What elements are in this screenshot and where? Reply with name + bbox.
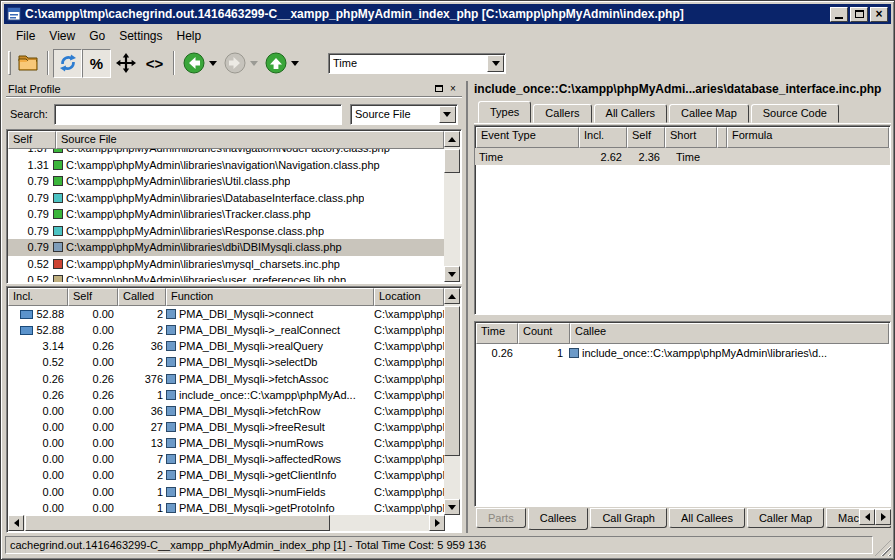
- scrollbar-thumb[interactable]: [444, 306, 460, 456]
- forward-button[interactable]: [220, 49, 249, 78]
- column-header-count[interactable]: Count: [518, 323, 570, 344]
- title-bar[interactable]: C:\xampp\tmp\cachegrind.out.1416463299-C…: [4, 4, 891, 24]
- tab-callee-map[interactable]: Callee Map: [669, 104, 749, 123]
- function-row[interactable]: 3.14 0.26 36 PMA_DBI_Mysqli->realQuery C…: [8, 338, 444, 354]
- close-button[interactable]: ×: [870, 7, 888, 22]
- column-header-time[interactable]: Time: [476, 323, 518, 344]
- menu-bar: File View Go Settings Help: [4, 26, 891, 46]
- open-file-button[interactable]: [14, 49, 43, 78]
- column-header-formula[interactable]: Formula: [727, 127, 889, 148]
- menu-file[interactable]: File: [9, 27, 42, 45]
- file-row[interactable]: 0.79 C:\xampp\phpMyAdmin\libraries\Util.…: [8, 173, 444, 190]
- refresh-icon: [58, 53, 78, 73]
- function-row[interactable]: 0.00 0.00 7 PMA_DBI_Mysqli->affectedRows…: [8, 451, 444, 467]
- back-button[interactable]: [179, 49, 208, 78]
- menu-settings[interactable]: Settings: [112, 27, 169, 45]
- column-header-incl[interactable]: Incl.: [8, 288, 68, 306]
- maximize-button[interactable]: [850, 7, 868, 22]
- file-row[interactable]: 0.79 C:\xampp\phpMyAdmin\libraries\Respo…: [8, 223, 444, 240]
- function-row[interactable]: 0.00 0.00 1 PMA_DBI_Mysqli->getProtoInfo…: [8, 500, 444, 515]
- triangle-down-icon: [448, 505, 456, 514]
- function-row[interactable]: 0.26 0.26 1 include_once::C:\xampp\phpMy…: [8, 387, 444, 403]
- cell-self: 2.36: [626, 151, 664, 163]
- minimize-button[interactable]: [830, 7, 848, 22]
- float-dock-icon[interactable]: [432, 83, 446, 95]
- tab-callers[interactable]: Callers: [533, 104, 591, 123]
- file-row[interactable]: 0.79 C:\xampp\phpMyAdmin\libraries\Track…: [8, 206, 444, 223]
- function-icon: [166, 438, 176, 448]
- tab-types[interactable]: Types: [478, 101, 531, 123]
- menu-help[interactable]: Help: [170, 27, 209, 45]
- file-list-vscrollbar[interactable]: [444, 131, 460, 282]
- file-row[interactable]: 1.37 C:\xampp\phpMyAdmin\libraries\navig…: [8, 149, 444, 157]
- callee-row[interactable]: 0.26 1 include_once::C:\xampp\phpMyAdmin…: [475, 344, 890, 361]
- file-row-selected[interactable]: 0.79 C:\xampp\phpMyAdmin\libraries\dbi\D…: [8, 239, 444, 256]
- file-row[interactable]: 0.52 C:\xampp\phpMyAdmin\libraries\mysql…: [8, 256, 444, 273]
- column-header-self[interactable]: Self: [68, 288, 118, 306]
- menu-go[interactable]: Go: [82, 27, 112, 45]
- scrollbar-thumb[interactable]: [25, 515, 330, 531]
- scroll-up-button[interactable]: [444, 288, 460, 304]
- scroll-up-button[interactable]: [444, 131, 460, 147]
- scroll-right-button[interactable]: [429, 515, 445, 531]
- column-header-self[interactable]: Self: [8, 131, 56, 149]
- cell-self: 0.52: [8, 274, 52, 282]
- function-row[interactable]: 0.00 0.00 13 PMA_DBI_Mysqli->numRows C:\…: [8, 435, 444, 451]
- function-row[interactable]: 52.88 0.00 2 PMA_DBI_Mysqli->connect C:\…: [8, 306, 444, 322]
- function-icon: [166, 487, 176, 497]
- up-dropdown-icon[interactable]: [291, 61, 299, 70]
- search-input[interactable]: [54, 104, 342, 125]
- tab-all-callees[interactable]: All Callees: [669, 508, 745, 528]
- function-list-hscrollbar[interactable]: [8, 515, 445, 531]
- file-row[interactable]: 0.52 C:\xampp\phpMyAdmin\libraries\user_…: [8, 272, 444, 282]
- column-header-source-file[interactable]: Source File: [56, 131, 444, 149]
- scroll-down-button[interactable]: [444, 499, 460, 515]
- scrollbar-thumb[interactable]: [444, 149, 460, 173]
- function-row[interactable]: 0.52 0.00 2 PMA_DBI_Mysqli->selectDb C:\…: [8, 354, 444, 370]
- close-dock-icon[interactable]: ×: [446, 83, 460, 95]
- tab-all-callers[interactable]: All Callers: [594, 104, 668, 123]
- column-header-spacer[interactable]: [717, 127, 727, 148]
- column-header-event-type[interactable]: Event Type: [476, 127, 579, 148]
- tab-call-graph[interactable]: Call Graph: [590, 508, 667, 528]
- function-row[interactable]: 0.00 0.00 1 PMA_DBI_Mysqli->numFields C:…: [8, 484, 444, 500]
- function-row[interactable]: 0.00 0.00 27 PMA_DBI_Mysqli->freeResult …: [8, 419, 444, 435]
- resize-grip[interactable]: [875, 540, 891, 556]
- scroll-left-button[interactable]: [8, 515, 24, 531]
- group-by-select[interactable]: Source File: [350, 104, 458, 125]
- tab-callees[interactable]: Callees: [528, 508, 589, 530]
- relative-percent-button[interactable]: %: [82, 49, 111, 78]
- file-row[interactable]: 0.79 C:\xampp\phpMyAdmin\libraries\Datab…: [8, 190, 444, 207]
- tab-caller-map[interactable]: Caller Map: [747, 508, 824, 528]
- column-header-incl[interactable]: Incl.: [579, 127, 627, 148]
- function-row[interactable]: 0.26 0.26 376 PMA_DBI_Mysqli->fetchAssoc…: [8, 371, 444, 387]
- dock-title-bar[interactable]: Flat Profile ×: [6, 81, 462, 97]
- menu-view[interactable]: View: [42, 27, 82, 45]
- event-type-row[interactable]: Time 2.62 2.36 Time: [475, 148, 890, 165]
- relative-to-parent-button[interactable]: [111, 49, 140, 78]
- cell-file: C:\xampp\phpMyAdmin\libraries\navigation…: [66, 159, 380, 171]
- column-header-function[interactable]: Function: [166, 288, 374, 306]
- toolbar-handle[interactable]: [8, 51, 11, 75]
- column-header-self[interactable]: Self: [627, 127, 665, 148]
- scroll-down-button[interactable]: [444, 266, 460, 282]
- tab-scroll-right-button[interactable]: [875, 509, 891, 525]
- cycle-detection-button[interactable]: [53, 49, 82, 78]
- column-header-called[interactable]: Called: [118, 288, 166, 306]
- group-by-dropdown-button[interactable]: [439, 106, 456, 123]
- tab-source-code[interactable]: Source Code: [751, 104, 839, 123]
- column-header-short[interactable]: Short: [665, 127, 717, 148]
- function-row[interactable]: 52.88 0.00 2 PMA_DBI_Mysqli->_realConnec…: [8, 322, 444, 338]
- shorten-templates-button[interactable]: <>: [140, 49, 169, 78]
- back-dropdown-icon[interactable]: [209, 61, 217, 70]
- file-row[interactable]: 1.31 C:\xampp\phpMyAdmin\libraries\navig…: [8, 157, 444, 174]
- tab-scroll-left-button[interactable]: [859, 509, 875, 525]
- event-type-dropdown-button[interactable]: [487, 55, 504, 72]
- column-header-location[interactable]: Location: [374, 288, 444, 306]
- column-header-callee[interactable]: Callee: [570, 323, 889, 344]
- up-button[interactable]: [261, 49, 290, 78]
- function-row[interactable]: 0.00 0.00 2 PMA_DBI_Mysqli->getClientInf…: [8, 467, 444, 483]
- function-list-vscrollbar[interactable]: [444, 288, 460, 515]
- function-row[interactable]: 0.00 0.00 36 PMA_DBI_Mysqli->fetchRow C:…: [8, 403, 444, 419]
- event-type-select[interactable]: Time: [328, 53, 506, 74]
